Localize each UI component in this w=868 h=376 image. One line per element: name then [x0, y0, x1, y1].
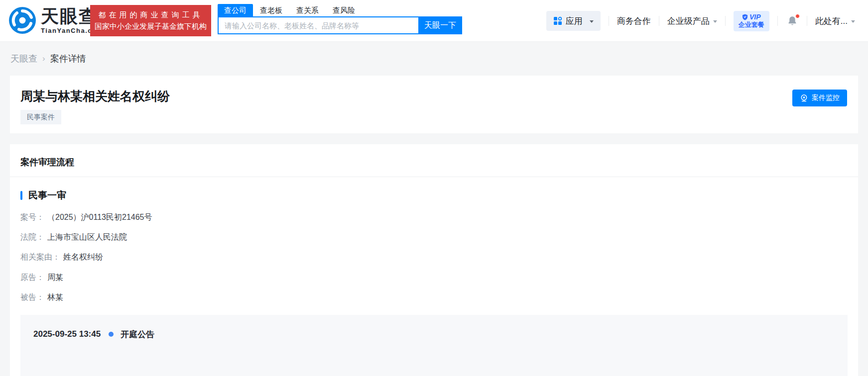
stage-title: 民事一审: [28, 189, 66, 202]
slogan-line2: 国家中小企业发展子基金旗下机构: [95, 22, 207, 31]
nav-enterprise-products[interactable]: 企业级产品: [667, 15, 717, 27]
search-tabs: 查公司 查老板 查关系 查风险: [218, 4, 462, 16]
vip-label: VIP: [749, 13, 761, 21]
field-row-cause: 相关案由：姓名权纠纷: [20, 252, 848, 262]
breadcrumb-bar: 天眼查 › 案件详情: [0, 42, 868, 76]
breadcrumb-home-link[interactable]: 天眼查: [10, 53, 37, 65]
apps-menu-label: 应用: [566, 15, 583, 27]
nav-divider: [807, 16, 807, 26]
notification-dot: [795, 14, 800, 18]
timeline-entry[interactable]: 2025-09-25 13:45 开庭公告: [33, 329, 848, 340]
chevron-down-icon: [590, 20, 594, 23]
case-header-card: 周某与林某相关姓名权纠纷 民事案件 案件监控: [10, 76, 858, 133]
search-tab-risk[interactable]: 查风险: [326, 4, 362, 16]
notification-bell-button[interactable]: [787, 15, 798, 27]
nav-business-cooperation[interactable]: 商务合作: [617, 15, 651, 27]
vip-package-badge[interactable]: VIP 企业套餐: [734, 11, 769, 31]
search-tab-company[interactable]: 查公司: [218, 4, 253, 16]
case-monitor-label: 案件监控: [812, 94, 840, 102]
slogan-banner: 都在用的商业查询工具 国家中小企业发展子基金旗下机构: [90, 5, 211, 36]
header-nav: 应用 商务合作 企业级产品 VIP 企业套餐: [546, 0, 855, 42]
apps-menu-button[interactable]: 应用: [546, 11, 601, 31]
case-title: 周某与林某相关姓名权纠纷: [20, 89, 847, 103]
search-input[interactable]: [218, 16, 418, 34]
breadcrumb-current: 案件详情: [50, 53, 86, 65]
breadcrumb-separator: ›: [42, 54, 45, 64]
slogan-line1: 都在用的商业查询工具: [99, 10, 203, 20]
timeline-event: 开庭公告: [121, 329, 154, 340]
timeline-dot-icon: [109, 332, 114, 337]
tianyancha-logo[interactable]: 天眼查 TianYanCha.com: [9, 7, 104, 34]
stage-heading: 民事一审: [20, 189, 848, 202]
vip-package-label: 企业套餐: [739, 21, 764, 29]
process-section-title: 案件审理流程: [10, 156, 858, 177]
search-area: 查公司 查老板 查关系 查风险 天眼一下: [218, 4, 462, 34]
stage-accent-bar: [20, 191, 22, 200]
tianyancha-logo-icon: [9, 7, 36, 34]
account-menu[interactable]: 此处有...: [815, 15, 855, 27]
search-tab-relation[interactable]: 查关系: [289, 4, 326, 16]
nav-divider: [659, 16, 659, 26]
site-header: 天眼查 TianYanCha.com 都在用的商业查询工具 国家中小企业发展子基…: [0, 0, 868, 42]
vip-shield-icon: [742, 14, 748, 20]
nav-divider: [777, 16, 778, 26]
case-process-card: 案件审理流程 民事一审 案号：（2025）沪0113民初21465号 法院：上海…: [10, 144, 858, 376]
chevron-down-icon: [713, 20, 717, 23]
nav-divider: [725, 16, 726, 26]
case-type-tag: 民事案件: [20, 110, 61, 124]
chevron-down-icon: [851, 20, 855, 23]
search-button[interactable]: 天眼一下: [418, 16, 462, 34]
case-monitor-button[interactable]: 案件监控: [792, 90, 847, 106]
account-name: 此处有...: [815, 15, 848, 27]
field-row-defendant: 被告：林某: [20, 292, 848, 302]
field-row-plaintiff: 原告：周某: [20, 273, 848, 282]
nav-divider: [609, 16, 609, 26]
apps-grid-icon: [553, 16, 562, 25]
field-row-court: 法院：上海市宝山区人民法院: [20, 232, 848, 242]
timeline-date: 2025-09-25 13:45: [33, 329, 101, 339]
field-row-case-number: 案号：（2025）沪0113民初21465号: [20, 212, 848, 222]
breadcrumb: 天眼查 › 案件详情: [10, 53, 86, 65]
timeline-box: 2025-09-25 13:45 开庭公告: [20, 315, 848, 376]
search-tab-boss[interactable]: 查老板: [253, 4, 289, 16]
monitor-camera-icon: [800, 94, 808, 102]
